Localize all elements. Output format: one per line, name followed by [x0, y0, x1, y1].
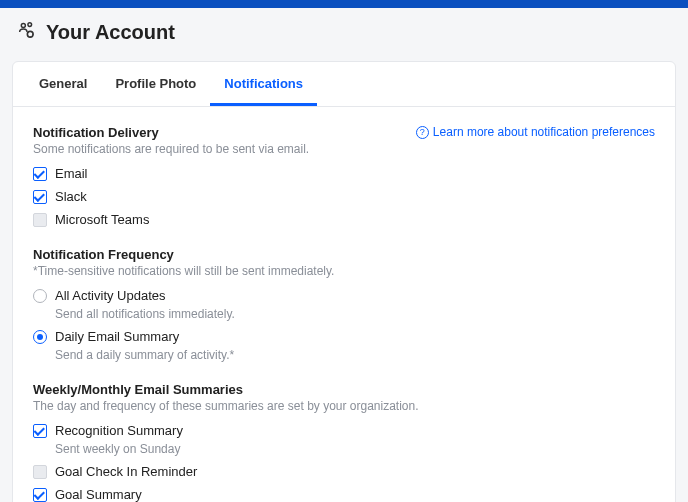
- label-recognition: Recognition Summary: [55, 423, 183, 438]
- svg-point-1: [28, 23, 32, 27]
- desc-daily-summary: Send a daily summary of activity.*: [55, 348, 655, 362]
- settings-card: General Profile Photo Notifications ? Le…: [12, 61, 676, 502]
- label-teams: Microsoft Teams: [55, 212, 149, 227]
- checkbox-slack[interactable]: [33, 190, 47, 204]
- tab-content: ? Learn more about notification preferen…: [13, 107, 675, 502]
- help-icon: ?: [416, 126, 429, 139]
- page-header: Your Account: [0, 8, 688, 61]
- checkbox-goal-summary[interactable]: [33, 488, 47, 502]
- tab-notifications[interactable]: Notifications: [210, 62, 317, 106]
- top-accent-bar: [0, 0, 688, 8]
- radio-all-activity[interactable]: [33, 289, 47, 303]
- frequency-subtitle: *Time-sensitive notifications will still…: [33, 264, 655, 278]
- svg-point-0: [21, 23, 25, 27]
- checkbox-recognition[interactable]: [33, 424, 47, 438]
- page-title: Your Account: [46, 21, 175, 44]
- account-icon: [16, 20, 38, 45]
- tabs: General Profile Photo Notifications: [13, 62, 675, 107]
- label-slack: Slack: [55, 189, 87, 204]
- label-all-activity: All Activity Updates: [55, 288, 166, 303]
- weekly-title: Weekly/Monthly Email Summaries: [33, 382, 655, 397]
- checkbox-goal-checkin[interactable]: [33, 465, 47, 479]
- section-delivery: ? Learn more about notification preferen…: [33, 125, 655, 227]
- delivery-subtitle: Some notifications are required to be se…: [33, 142, 655, 156]
- section-weekly: Weekly/Monthly Email Summaries The day a…: [33, 382, 655, 502]
- desc-all-activity: Send all notifications immediately.: [55, 307, 655, 321]
- tab-profile-photo[interactable]: Profile Photo: [101, 62, 210, 106]
- checkbox-email[interactable]: [33, 167, 47, 181]
- checkbox-teams[interactable]: [33, 213, 47, 227]
- learn-more-text: Learn more about notification preference…: [433, 125, 655, 139]
- label-daily-summary: Daily Email Summary: [55, 329, 179, 344]
- label-goal-summary: Goal Summary: [55, 487, 142, 502]
- label-email: Email: [55, 166, 88, 181]
- frequency-title: Notification Frequency: [33, 247, 655, 262]
- label-goal-checkin: Goal Check In Reminder: [55, 464, 197, 479]
- desc-recognition: Sent weekly on Sunday: [55, 442, 655, 456]
- weekly-subtitle: The day and frequency of these summaries…: [33, 399, 655, 413]
- radio-daily-summary[interactable]: [33, 330, 47, 344]
- learn-more-link[interactable]: ? Learn more about notification preferen…: [416, 125, 655, 139]
- section-frequency: Notification Frequency *Time-sensitive n…: [33, 247, 655, 362]
- tab-general[interactable]: General: [25, 62, 101, 106]
